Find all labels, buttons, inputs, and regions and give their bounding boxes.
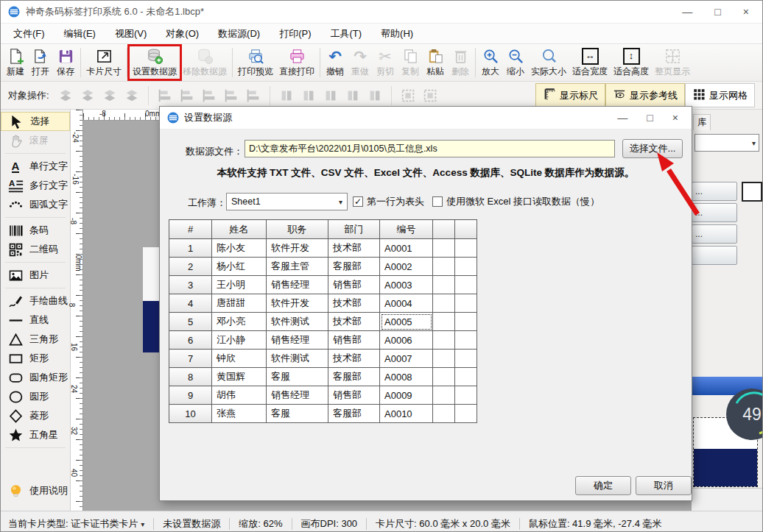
menu-item-3[interactable]: 视图(V)	[105, 24, 156, 43]
row-number-cell[interactable]: 5	[169, 313, 212, 331]
tool-star[interactable]: 五角星	[1, 425, 70, 444]
table-cell[interactable]: 唐甜甜	[212, 294, 267, 313]
tool-line[interactable]: 直线	[1, 311, 70, 330]
table-cell[interactable]: 杨小红	[212, 258, 267, 276]
table-cell[interactable]	[433, 294, 455, 313]
table-cell[interactable]: 客服	[267, 405, 328, 423]
table-cell[interactable]: A0002	[380, 258, 433, 276]
column-header[interactable]	[433, 220, 455, 239]
tool-diamond[interactable]: 菱形	[1, 406, 70, 425]
table-cell[interactable]	[433, 239, 455, 258]
zoom-out-button[interactable]: 缩小	[503, 46, 528, 79]
table-cell[interactable]: 销售部	[328, 276, 380, 294]
column-header[interactable]	[455, 220, 477, 239]
table-cell[interactable]: 软件测试	[267, 350, 328, 368]
print-preview-button[interactable]: 打印预览	[235, 46, 276, 79]
table-cell[interactable]: 技术部	[328, 294, 380, 313]
table-cell[interactable]: 客服主管	[267, 258, 328, 276]
panel-button-3[interactable]: ...	[692, 224, 737, 244]
table-cell[interactable]: 技术部	[328, 350, 380, 368]
table-cell[interactable]: 软件开发	[267, 239, 328, 258]
table-cell[interactable]	[433, 350, 455, 368]
table-cell[interactable]	[433, 276, 455, 294]
table-cell[interactable]	[455, 331, 477, 350]
dialog-close-button[interactable]: ×	[672, 112, 678, 124]
tool-select[interactable]: 选择	[1, 112, 70, 131]
table-cell[interactable]	[433, 405, 455, 423]
table-cell[interactable]: 技术部	[328, 239, 380, 258]
table-cell[interactable]	[455, 313, 477, 331]
table-cell[interactable]	[433, 368, 455, 386]
menu-item-1[interactable]: 文件(F)	[4, 24, 54, 43]
panel-button-4[interactable]	[692, 246, 737, 265]
set-datasource-button[interactable]: 设置数据源	[130, 46, 180, 79]
menu-item-4[interactable]: 对象(O)	[156, 24, 208, 43]
table-cell[interactable]: 销售部	[328, 331, 380, 350]
table-cell[interactable]: 软件测试	[267, 313, 328, 331]
tool-single-line-text[interactable]: A单行文字	[1, 157, 70, 176]
table-cell[interactable]	[455, 350, 477, 368]
table-cell[interactable]: A0010	[380, 405, 433, 423]
table-cell[interactable]: 销售经理	[267, 276, 328, 294]
header-row-checkbox[interactable]: 第一行为表头	[353, 195, 424, 208]
excel-api-checkbox[interactable]: 使用微软 Excel 接口读取数据（慢）	[432, 195, 600, 208]
file-path-input[interactable]	[245, 140, 615, 157]
tool-image[interactable]: 图片	[1, 266, 70, 285]
cancel-button[interactable]: 取消	[636, 476, 692, 495]
table-cell[interactable]: 销售经理	[267, 386, 328, 405]
table-cell[interactable]	[433, 258, 455, 276]
table-cell[interactable]: A0006	[380, 331, 433, 350]
table-cell[interactable]: A0005	[380, 313, 433, 331]
row-number-cell[interactable]: 1	[169, 239, 212, 258]
dialog-maximize-button[interactable]: □	[647, 112, 653, 124]
tool-triangle[interactable]: 三角形	[1, 330, 70, 349]
tool-barcode[interactable]: 条码	[1, 221, 70, 240]
table-cell[interactable]	[433, 386, 455, 405]
table-cell[interactable]: A0003	[380, 276, 433, 294]
menu-item-5[interactable]: 数据源(D)	[208, 24, 270, 43]
fit-width-button[interactable]: ↔适合宽度	[569, 46, 611, 79]
table-cell[interactable]: 销售部	[328, 386, 380, 405]
menu-item-2[interactable]: 编辑(E)	[54, 24, 105, 43]
panel-button-1[interactable]: ...	[692, 182, 737, 201]
row-number-cell[interactable]: 9	[169, 386, 212, 405]
tool-qrcode[interactable]: 二维码	[1, 240, 70, 259]
direct-print-button[interactable]: 直接打印	[276, 46, 317, 79]
table-cell[interactable]: 销售经理	[267, 331, 328, 350]
menu-item-7[interactable]: 工具(T)	[320, 24, 371, 43]
row-number-cell[interactable]: 8	[169, 368, 212, 386]
table-cell[interactable]: A0007	[380, 350, 433, 368]
table-cell[interactable]: A0001	[380, 239, 433, 258]
card-size-button[interactable]: 卡片尺寸	[83, 46, 124, 79]
panel-button-2[interactable]: ...	[692, 203, 737, 222]
table-cell[interactable]: A0008	[380, 368, 433, 386]
zoom-in-button[interactable]: 放大	[478, 46, 503, 79]
table-cell[interactable]: 客服部	[328, 368, 380, 386]
table-cell[interactable]: 钟欣	[212, 350, 267, 368]
close-button[interactable]: ×	[743, 6, 749, 18]
table-cell[interactable]: 技术部	[328, 313, 380, 331]
table-cell[interactable]	[455, 294, 477, 313]
row-number-cell[interactable]: 10	[169, 405, 212, 423]
table-cell[interactable]	[455, 276, 477, 294]
fit-height-button[interactable]: ↕适合高度	[611, 46, 652, 79]
menu-item-6[interactable]: 打印(P)	[270, 24, 320, 43]
open-file-button[interactable]: 打开	[28, 46, 53, 79]
show-ruler-button[interactable]: 显示标尺	[535, 83, 605, 107]
table-cell[interactable]: 黄国辉	[212, 368, 267, 386]
tool-rectangle[interactable]: 矩形	[1, 349, 70, 368]
color-swatch[interactable]	[742, 182, 762, 202]
table-cell[interactable]: 张燕	[212, 405, 267, 423]
table-cell[interactable]: 陈小友	[212, 239, 267, 258]
table-cell[interactable]	[433, 313, 455, 331]
minimize-button[interactable]: —	[682, 6, 692, 18]
table-cell[interactable]	[433, 331, 455, 350]
undo-button[interactable]: ↶撤销	[323, 46, 348, 79]
dialog-minimize-button[interactable]: —	[617, 112, 627, 124]
tool-circle[interactable]: 圆形	[1, 387, 70, 406]
table-cell[interactable]: A0009	[380, 386, 433, 405]
row-number-cell[interactable]: 3	[169, 276, 212, 294]
panel-tab-fragment[interactable]: 库	[693, 114, 711, 130]
column-header[interactable]: 姓名	[212, 220, 267, 239]
tool-multi-line-text[interactable]: A多行文字	[1, 176, 70, 195]
